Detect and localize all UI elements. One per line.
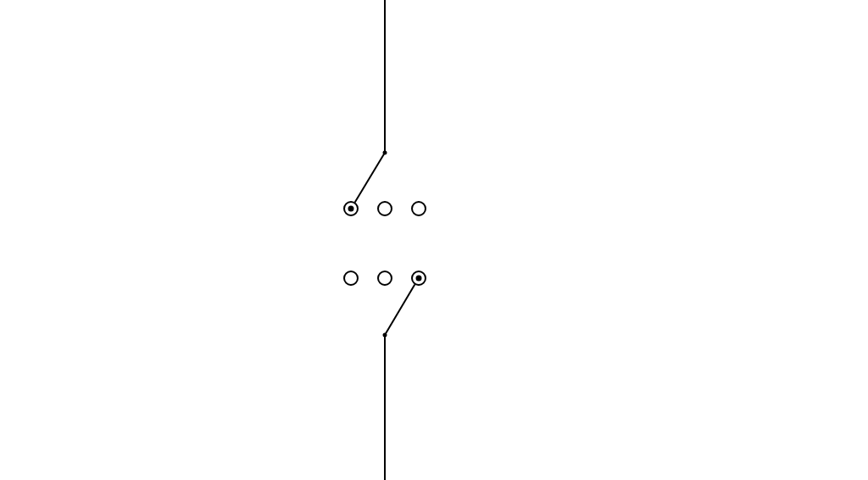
bottom-switch-terminal-1[interactable]	[344, 271, 358, 285]
svg-point-3	[416, 276, 422, 282]
svg-point-1	[348, 206, 354, 212]
bottom-switch-wiper[interactable]	[385, 285, 415, 335]
top-switch-terminal-2[interactable]	[378, 202, 392, 215]
bottom-switch-terminal-3[interactable]	[412, 271, 426, 285]
top-switch-terminal-3[interactable]	[412, 202, 426, 215]
bottom-switch-terminal-2[interactable]	[378, 271, 392, 285]
top-switch-terminal-1[interactable]	[344, 202, 358, 215]
top-switch-wiper[interactable]	[355, 153, 385, 202]
schematic-diagram	[0, 0, 868, 480]
